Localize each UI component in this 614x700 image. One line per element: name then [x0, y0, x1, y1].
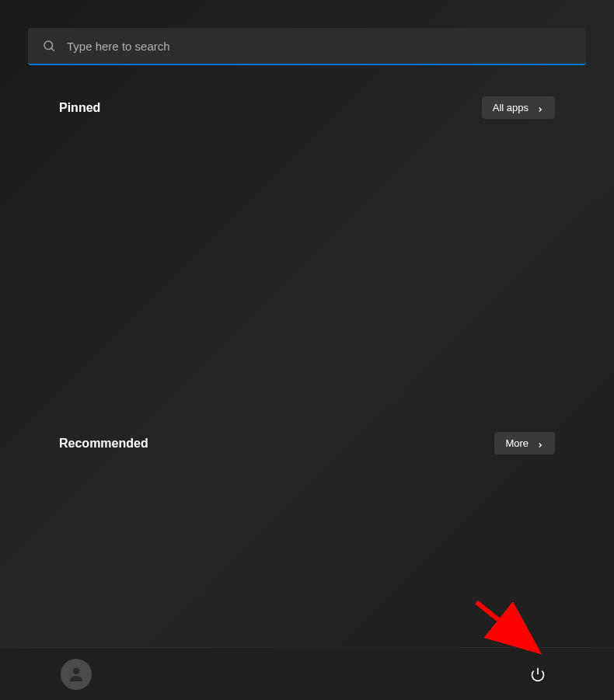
pinned-apps-grid — [59, 141, 555, 381]
user-icon — [67, 665, 85, 684]
recommended-items-grid — [59, 476, 555, 632]
power-icon — [530, 667, 546, 682]
recommended-header: Recommended More — [59, 432, 555, 454]
recommended-section: Recommended More — [59, 432, 555, 632]
search-box[interactable] — [28, 28, 586, 65]
chevron-right-icon — [536, 104, 544, 112]
more-button[interactable]: More — [494, 432, 555, 454]
all-apps-button[interactable]: All apps — [482, 96, 555, 119]
chevron-right-icon — [536, 440, 544, 448]
search-icon — [42, 39, 56, 53]
svg-point-0 — [44, 41, 53, 50]
footer-bar — [0, 647, 614, 700]
search-input[interactable] — [67, 40, 572, 53]
pinned-section: Pinned All apps — [59, 96, 555, 381]
svg-line-1 — [51, 48, 54, 51]
start-menu: Pinned All apps Recommended More — [0, 0, 614, 700]
all-apps-label: All apps — [493, 102, 529, 113]
pinned-title: Pinned — [59, 101, 100, 115]
recommended-title: Recommended — [59, 437, 148, 451]
svg-point-2 — [73, 667, 79, 674]
user-account-button[interactable] — [61, 659, 92, 690]
search-container — [0, 0, 614, 65]
power-button[interactable] — [522, 659, 553, 690]
content-area: Pinned All apps Recommended More — [0, 65, 614, 647]
pinned-header: Pinned All apps — [59, 96, 555, 119]
more-label: More — [505, 437, 529, 449]
